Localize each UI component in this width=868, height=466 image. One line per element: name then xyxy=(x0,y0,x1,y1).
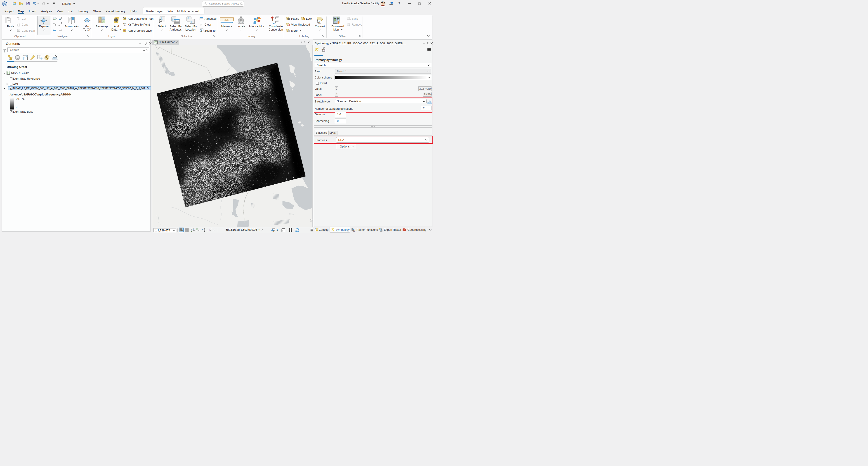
svg-text:A: A xyxy=(318,21,320,23)
svg-text:fx: fx xyxy=(353,230,355,232)
svg-text:N: N xyxy=(202,229,204,231)
